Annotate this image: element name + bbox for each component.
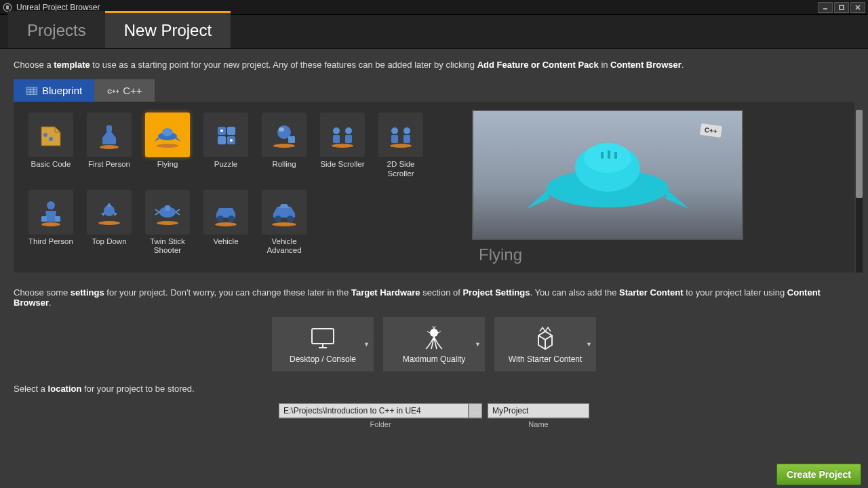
svg-rect-58 xyxy=(614,152,617,159)
template-label: Puzzle xyxy=(214,160,238,178)
svg-point-31 xyxy=(345,127,352,134)
svg-rect-56 xyxy=(601,152,604,159)
third-person-icon xyxy=(28,190,73,235)
folder-input[interactable] xyxy=(279,403,469,418)
name-label: Name xyxy=(528,420,548,428)
minimize-button[interactable] xyxy=(818,2,833,13)
quality-label: Maximum Quality xyxy=(403,354,466,364)
settings-intro-text: Choose some settings for your project. D… xyxy=(14,287,854,308)
quality-selector[interactable]: Maximum Quality ▼ xyxy=(383,317,485,371)
first-person-icon xyxy=(87,113,132,157)
browse-folder-button[interactable]: ... xyxy=(469,403,482,418)
template-label: Vehicle Advanced xyxy=(258,237,311,256)
svg-point-50 xyxy=(275,216,281,222)
template-label: Basic Code xyxy=(31,160,71,178)
template-label: Twin Stick Shooter xyxy=(141,237,194,256)
preview-image: C++ xyxy=(472,110,743,240)
tab-blueprint[interactable]: Blueprint xyxy=(14,79,94,102)
svg-rect-33 xyxy=(391,135,398,143)
svg-rect-19 xyxy=(227,127,235,135)
box-icon xyxy=(530,325,560,352)
starter-content-selector[interactable]: With Starter Content ▼ xyxy=(494,317,596,371)
svg-point-27 xyxy=(273,144,295,148)
svg-point-42 xyxy=(104,205,115,216)
svg-point-22 xyxy=(220,129,223,132)
template-twin-stick-shooter[interactable]: Twin Stick Shooter xyxy=(141,187,194,259)
svg-point-32 xyxy=(332,144,353,148)
chevron-down-icon: ▼ xyxy=(363,341,370,348)
starter-label: With Starter Content xyxy=(509,354,583,364)
template-side-scroller[interactable]: Side Scroller xyxy=(316,110,369,182)
svg-point-36 xyxy=(403,127,410,134)
cpp-icon: C++ xyxy=(106,86,119,96)
basic-code-icon xyxy=(28,113,73,157)
template-first-person[interactable]: First Person xyxy=(83,110,136,182)
top-down-icon xyxy=(87,190,132,235)
svg-point-14 xyxy=(100,145,119,149)
svg-point-41 xyxy=(41,222,60,226)
svg-point-35 xyxy=(391,127,398,134)
chevron-down-icon: ▼ xyxy=(475,341,481,348)
svg-point-12 xyxy=(49,137,53,141)
svg-point-30 xyxy=(333,127,340,134)
maximize-button[interactable] xyxy=(834,2,849,13)
template-2d-side-scroller[interactable]: 2D Side Scroller xyxy=(374,110,427,182)
template-label: Rolling xyxy=(272,160,296,178)
svg-rect-13 xyxy=(106,125,112,132)
svg-rect-29 xyxy=(345,135,352,143)
svg-point-47 xyxy=(217,216,224,222)
svg-rect-40 xyxy=(55,216,60,222)
quality-icon xyxy=(419,325,449,352)
blueprint-icon xyxy=(26,86,38,96)
template-label: Side Scroller xyxy=(320,160,364,178)
vehicle-icon xyxy=(203,190,248,235)
project-name-input[interactable] xyxy=(488,403,589,418)
preview-title: Flying xyxy=(479,245,844,264)
2d-side-scroller-icon xyxy=(378,113,423,157)
template-vehicle-advanced[interactable]: Vehicle Advanced xyxy=(258,187,311,259)
template-vehicle[interactable]: Vehicle xyxy=(199,187,252,259)
template-top-down[interactable]: Top Down xyxy=(83,187,136,259)
svg-rect-28 xyxy=(333,135,340,143)
tab-new-project[interactable]: New Project xyxy=(105,11,231,48)
template-third-person[interactable]: Third Person xyxy=(24,187,77,259)
rolling-icon xyxy=(262,113,307,157)
target-label: Desktop / Console xyxy=(290,354,356,364)
preview-scrollbar[interactable] xyxy=(856,110,863,272)
location-intro-text: Select a location for your project to be… xyxy=(14,384,854,394)
svg-rect-5 xyxy=(26,87,37,94)
template-label: First Person xyxy=(88,160,130,178)
twin-stick-shooter-icon xyxy=(145,190,190,235)
templates-area: Basic CodeFirst PersonFlyingPuzzleRollin… xyxy=(14,102,854,272)
create-project-button[interactable]: Create Project xyxy=(776,464,861,485)
close-button[interactable] xyxy=(850,2,865,13)
template-intro-text: Choose a template to use as a starting p… xyxy=(14,60,854,70)
preview-panel: C++ Flying xyxy=(472,110,844,264)
folder-label: Folder xyxy=(370,420,391,428)
svg-rect-2 xyxy=(840,5,844,9)
svg-point-37 xyxy=(390,144,412,148)
template-rolling[interactable]: Rolling xyxy=(258,110,311,182)
svg-point-17 xyxy=(157,144,178,148)
tab-projects[interactable]: Projects xyxy=(8,11,105,48)
monitor-icon xyxy=(308,325,338,352)
svg-point-23 xyxy=(230,139,233,142)
svg-point-11 xyxy=(43,133,47,137)
svg-point-49 xyxy=(215,222,237,226)
template-flying[interactable]: Flying xyxy=(141,110,194,182)
tab-cpp[interactable]: C++ C++ xyxy=(94,79,154,102)
target-hardware-selector[interactable]: Desktop / Console ▼ xyxy=(272,317,374,371)
svg-point-52 xyxy=(272,222,296,226)
template-label: Flying xyxy=(157,160,178,178)
template-puzzle[interactable]: Puzzle xyxy=(199,110,252,182)
template-type-tabs: Blueprint C++ C++ xyxy=(14,79,854,102)
svg-text:C++: C++ xyxy=(107,87,119,94)
chevron-down-icon: ▼ xyxy=(586,341,592,348)
svg-rect-39 xyxy=(41,216,47,222)
template-label: Top Down xyxy=(92,237,126,255)
svg-rect-45 xyxy=(165,205,170,211)
svg-rect-34 xyxy=(403,135,410,143)
vehicle-advanced-icon xyxy=(262,190,307,235)
template-label: Vehicle xyxy=(213,237,238,255)
template-basic-code[interactable]: Basic Code xyxy=(24,110,77,182)
